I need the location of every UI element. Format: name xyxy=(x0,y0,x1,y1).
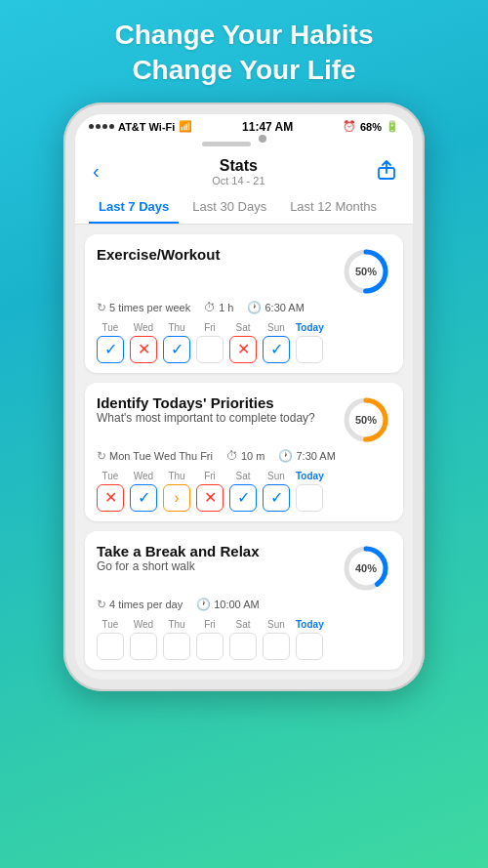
duration-label-2: 10 m xyxy=(241,450,264,462)
repeat-icon-1: ↻ xyxy=(97,301,106,314)
day-check-thu-1[interactable]: ✓ xyxy=(163,336,190,363)
back-button[interactable]: ‹ xyxy=(89,156,103,186)
day-check-sun-3[interactable] xyxy=(263,633,290,660)
day-label-thu-2: Thu xyxy=(168,471,184,481)
freq-label-1: 5 times per week xyxy=(109,302,190,313)
day-check-fri-3[interactable] xyxy=(196,633,224,660)
header-section: Change Your Habits Change Your Life xyxy=(85,0,402,103)
donut-3: 40% xyxy=(341,543,391,594)
day-col-wed-1: Wed ✕ xyxy=(130,322,157,363)
battery-icon: 🔋 xyxy=(386,120,399,133)
duration-label-1: 1 h xyxy=(219,302,233,313)
days-row-1: Tue ✓ Wed ✕ Thu ✓ Fri xyxy=(97,322,391,363)
day-label-thu-3: Thu xyxy=(168,619,184,630)
habit-card-3: Take a Break and Relax Go for a short wa… xyxy=(85,531,403,670)
nav-subtitle: Oct 14 - 21 xyxy=(212,175,264,186)
front-camera xyxy=(259,135,266,143)
day-check-thu-3[interactable] xyxy=(163,633,190,660)
day-col-fri-2: Fri ✕ xyxy=(196,471,224,512)
status-right: ⏰ 68% 🔋 xyxy=(343,120,399,133)
habit-subtitle-2: What's most important to complete today? xyxy=(97,411,333,425)
meta-freq-1: ↻ 5 times per week xyxy=(97,301,190,314)
day-check-today-2[interactable] xyxy=(296,484,323,512)
tabs-bar: Last 7 Days Last 30 Days Last 12 Months xyxy=(75,191,413,225)
day-label-tue-2: Tue xyxy=(102,471,119,481)
habit-card-2: Identify Todays' Priorities What's most … xyxy=(85,383,403,521)
day-col-wed-2: Wed ✓ xyxy=(130,471,157,512)
wifi-icon: 📶 xyxy=(179,120,192,133)
habit-meta-2: ↻ Mon Tue Wed Thu Fri ⏱ 10 m 🕐 7:30 AM xyxy=(97,449,391,463)
carrier-label: AT&T Wi-Fi xyxy=(118,121,175,133)
day-label-sat-1: Sat xyxy=(235,322,250,333)
day-col-fri-3: Fri xyxy=(196,619,224,660)
meta-time-3: 🕐 10:00 AM xyxy=(196,598,259,611)
day-col-sat-3: Sat xyxy=(229,619,257,660)
habit-name-group-2: Identify Todays' Priorities What's most … xyxy=(97,394,341,431)
day-label-sat-2: Sat xyxy=(235,471,250,481)
day-col-sat-2: Sat ✓ xyxy=(229,471,257,512)
day-col-tue-2: Tue ✕ xyxy=(97,471,124,512)
time-label-3: 10:00 AM xyxy=(214,599,259,610)
day-label-today-2: Today xyxy=(296,471,324,481)
habit-title-2: Identify Todays' Priorities xyxy=(97,394,333,411)
day-label-fri-2: Fri xyxy=(204,471,216,481)
day-check-tue-1[interactable]: ✓ xyxy=(97,336,124,363)
days-row-3: Tue Wed Thu Fri xyxy=(97,619,391,660)
day-check-wed-2[interactable]: ✓ xyxy=(130,484,157,512)
day-check-tue-3[interactable] xyxy=(97,633,124,660)
meta-freq-3: ↻ 4 times per day xyxy=(97,598,183,611)
day-check-sun-1[interactable]: ✓ xyxy=(263,336,290,363)
day-check-thu-2[interactable]: › xyxy=(163,484,190,512)
timer-icon-2: ⏱ xyxy=(226,449,238,463)
meta-freq-2: ↻ Mon Tue Wed Thu Fri xyxy=(97,449,213,463)
day-col-sun-3: Sun xyxy=(263,619,290,660)
habit-name-1: Exercise/Workout xyxy=(97,246,220,263)
day-check-today-1[interactable] xyxy=(296,336,323,363)
tab-last12months[interactable]: Last 12 Months xyxy=(280,191,386,224)
day-check-tue-2[interactable]: ✕ xyxy=(97,484,124,512)
alarm-icon: ⏰ xyxy=(343,120,356,133)
share-button[interactable] xyxy=(374,156,399,187)
day-label-wed-3: Wed xyxy=(134,619,153,630)
day-check-fri-1[interactable] xyxy=(196,336,224,363)
header-title: Change Your Habits Change Your Life xyxy=(85,0,402,103)
signal-icon xyxy=(89,124,114,129)
donut-label-1: 50% xyxy=(355,266,377,277)
day-label-tue-1: Tue xyxy=(102,322,119,333)
clock-icon-3: 🕐 xyxy=(196,598,211,611)
time-label-1: 6:30 AM xyxy=(264,302,304,313)
day-col-today-2: Today xyxy=(296,471,324,512)
tab-last30days[interactable]: Last 30 Days xyxy=(183,191,276,224)
speaker-grill xyxy=(202,142,251,146)
donut-label-2: 50% xyxy=(355,414,377,426)
day-col-tue-3: Tue xyxy=(97,619,124,660)
meta-duration-2: ⏱ 10 m xyxy=(226,449,264,463)
day-check-wed-3[interactable] xyxy=(130,633,157,660)
day-label-sat-3: Sat xyxy=(235,619,250,630)
tab-last7days[interactable]: Last 7 Days xyxy=(89,191,179,224)
day-col-today-3: Today xyxy=(296,619,324,660)
day-label-sun-2: Sun xyxy=(267,471,285,481)
clock-icon-1: 🕐 xyxy=(247,301,262,314)
day-label-today-1: Today xyxy=(296,322,324,333)
habit-subtitle-3: Go for a short walk xyxy=(97,559,333,573)
day-label-today-3: Today xyxy=(296,619,324,630)
day-col-thu-1: Thu ✓ xyxy=(163,322,190,363)
habit-meta-1: ↻ 5 times per week ⏱ 1 h 🕐 6:30 AM xyxy=(97,301,391,314)
habits-scroll-area: Exercise/Workout 50% ↻ 5 times per week xyxy=(75,225,413,680)
day-check-sat-2[interactable]: ✓ xyxy=(229,484,257,512)
nav-title-text: Stats xyxy=(212,157,264,175)
phone-notch-area xyxy=(75,138,413,148)
day-check-sat-1[interactable]: ✕ xyxy=(229,336,257,363)
day-col-today-1: Today xyxy=(296,322,324,363)
day-check-today-3[interactable] xyxy=(296,633,323,660)
day-col-sun-2: Sun ✓ xyxy=(263,471,290,512)
day-check-fri-2[interactable]: ✕ xyxy=(196,484,224,512)
day-check-wed-1[interactable]: ✕ xyxy=(130,336,157,363)
day-check-sat-3[interactable] xyxy=(229,633,257,660)
day-check-sun-2[interactable]: ✓ xyxy=(263,484,290,512)
freq-label-3: 4 times per day xyxy=(109,599,183,610)
day-col-thu-3: Thu xyxy=(163,619,190,660)
habit-name-group-3: Take a Break and Relax Go for a short wa… xyxy=(97,543,341,579)
donut-1: 50% xyxy=(341,246,391,297)
